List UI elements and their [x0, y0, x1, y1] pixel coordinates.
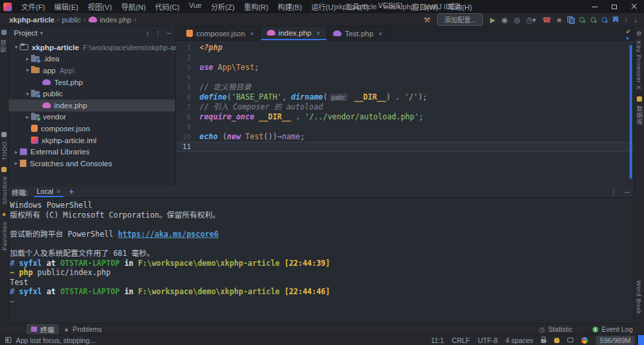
stripe-button-数据库[interactable]: 数据库 [635, 96, 644, 125]
copy-action-icon[interactable] [567, 16, 573, 22]
breadcrumb-item[interactable]: public [62, 16, 81, 24]
search-everywhere-button-icon[interactable] [579, 17, 585, 22]
hide-panel-icon[interactable]: ─ [166, 30, 171, 37]
stripe-button-todo[interactable]: TODO [1, 132, 8, 160]
code-line-1[interactable]: 1<?php [176, 43, 633, 53]
terminal-hide-icon[interactable]: ─ [625, 189, 629, 196]
close-icon[interactable]: × [316, 29, 320, 37]
breadcrumb-item[interactable]: xkphp-article [9, 16, 54, 24]
translate-g-icon[interactable] [581, 337, 588, 344]
status-item[interactable]: UTF-8 [478, 336, 498, 344]
tab-index.php[interactable]: index.php× [261, 26, 327, 40]
minimize-button[interactable] [585, 0, 604, 13]
close-icon[interactable]: × [250, 30, 254, 38]
tree-item-xkphp-article.iml[interactable]: xkphp-article.iml [9, 135, 175, 146]
stripe-button-favorites[interactable]: ★Favorites [1, 211, 8, 251]
menu-item[interactable]: 分析(Z) [206, 0, 239, 13]
nav-up-button-icon[interactable]: ↑ [624, 16, 628, 24]
status-item[interactable]: CRLF [452, 336, 470, 344]
toolwindow-button-statistic[interactable]: ◷Statistic [534, 325, 577, 334]
status-item[interactable]: 4 spaces [505, 336, 533, 344]
tab-composer.json[interactable]: composer.json× [180, 26, 261, 40]
tree-item-xkphp-article[interactable]: ▾xkphp-articleF:\workspace\demo\xkphp-ar… [9, 42, 175, 53]
toolwindow-toggle-icon[interactable] [5, 337, 11, 343]
run-button-icon[interactable]: ▶ [490, 16, 495, 24]
code-line-2[interactable]: 2 [176, 53, 633, 63]
terminal-tab-local[interactable]: Local × [34, 187, 63, 197]
close-icon[interactable]: × [57, 187, 61, 195]
tree-chevron-icon[interactable]: ▸ [13, 160, 20, 166]
code-line-4[interactable]: 4 [176, 73, 633, 82]
stripe-button-word-book[interactable]: Word Book [635, 280, 643, 314]
expand-icon[interactable]: ↕ [146, 30, 149, 37]
attach-debugger-button-icon[interactable]: ☎ [542, 16, 552, 24]
inspections-ok-icon[interactable]: ✔ [626, 28, 631, 35]
tree-item-external-libraries[interactable]: ▸External Libraries [9, 146, 175, 158]
tree-item-test.php[interactable]: Test.php [9, 77, 175, 88]
code-line-11[interactable]: 11 [176, 142, 633, 152]
tree-chevron-icon[interactable]: ▾ [13, 44, 20, 50]
project-view-selector[interactable]: Project [14, 29, 38, 37]
menu-item[interactable]: 编辑(E) [50, 0, 83, 13]
stripe-button-key-promoter-x[interactable]: ⚙Key Promoter X [635, 30, 643, 90]
menu-item[interactable]: 代码(C) [151, 0, 184, 13]
profiler-button-icon[interactable]: ◷▾ [526, 16, 536, 24]
tree-item-composer.json[interactable]: composer.json [9, 123, 175, 135]
breadcrumb-item[interactable]: index.php [100, 16, 131, 24]
tab-test.php[interactable]: Test.php× [327, 26, 389, 40]
code-line-5[interactable]: 5// 定义根目录 [176, 82, 633, 92]
tree-chevron-icon[interactable]: ▾ [24, 67, 31, 73]
options-icon[interactable]: ⋮ [155, 30, 161, 37]
tree-item-.idea[interactable]: ▸.idea [9, 53, 175, 65]
terminal-link[interactable]: https://aka.ms/pscore6 [118, 230, 219, 239]
tree-item-vendor[interactable]: ▸vendor [9, 111, 175, 123]
memory-indicator[interactable]: 596/989M [596, 336, 635, 345]
bookmark-button-icon[interactable] [613, 16, 618, 23]
replace-button-icon[interactable] [590, 17, 596, 22]
code-line-3[interactable]: 3use App\Test; [176, 63, 633, 73]
terminal-output[interactable]: Windows PowerShell版权所有 (C) Microsoft Cor… [9, 198, 633, 307]
toolwindow-button-problems[interactable]: ▲Problems [59, 325, 106, 334]
coverage-button-icon[interactable]: ◎ [514, 16, 520, 24]
menu-item[interactable]: 文件(F) [17, 0, 50, 13]
close-icon[interactable]: × [378, 30, 382, 38]
tree-item-index.php[interactable]: index.php [9, 100, 175, 111]
maximize-button[interactable] [604, 0, 624, 13]
close-button[interactable] [624, 0, 644, 13]
code-editor[interactable]: 1<?php23use App\Test;45// 定义根目录6define('… [176, 43, 633, 187]
terminal-options-icon[interactable]: ⋮ [610, 189, 617, 196]
notifications-icon[interactable] [554, 338, 559, 343]
run-config-select[interactable]: 添加配置... [437, 13, 482, 26]
code-line-10[interactable]: 10echo (new Test())→name; [176, 132, 633, 142]
tree-item-app[interactable]: ▾appApp\ [9, 65, 175, 77]
menu-item[interactable]: Vue [184, 0, 206, 13]
status-item[interactable]: 11:1 [431, 336, 444, 344]
build-hammer-icon[interactable]: ⚒ [424, 16, 431, 24]
menu-item[interactable]: 视图(V) [83, 0, 117, 13]
toolwindow-button-终端[interactable]: 终端 [26, 324, 59, 335]
code-line-9[interactable]: 9 [176, 122, 633, 132]
tree-chevron-icon[interactable]: ▸ [13, 149, 20, 155]
find-button-icon[interactable] [602, 17, 607, 22]
tree-item-scratches-and-consoles[interactable]: ▸Scratches and Consoles [9, 158, 175, 170]
tree-chevron-icon[interactable]: ▸ [24, 114, 31, 120]
stop-button-icon[interactable]: ■ [557, 16, 561, 24]
highlighting-level-icon[interactable] [567, 338, 573, 342]
toolwindow-button-event-log[interactable]: 1Event Log [588, 325, 637, 334]
new-terminal-button[interactable]: + [69, 187, 74, 197]
debug-button-icon[interactable]: ◉ [501, 16, 508, 24]
tree-chevron-icon[interactable]: ▾ [24, 91, 31, 97]
menu-item[interactable]: 构建(B) [273, 0, 306, 13]
editor-scrollbar[interactable] [629, 45, 632, 179]
stripe-button-structure[interactable]: Structure [1, 167, 8, 204]
tree-item-public[interactable]: ▾public [9, 88, 175, 100]
tree-chevron-icon[interactable]: ▸ [24, 56, 31, 62]
resize-grip[interactable] [638, 335, 644, 345]
stripe-button-项目[interactable]: 项目 [0, 30, 9, 52]
code-line-7[interactable]: 7// 引入 Composer 的 autoload [176, 102, 633, 112]
menu-item[interactable]: 重构(R) [239, 0, 273, 13]
code-line-8[interactable]: 8require_once __DIR__ . '/../vendor/auto… [176, 112, 633, 122]
code-line-6[interactable]: 6define('BASE_PATH', dirname(path: __DIR… [176, 92, 633, 102]
nav-down-button-icon[interactable]: ↓ [634, 16, 638, 24]
lock-icon[interactable] [541, 339, 546, 343]
